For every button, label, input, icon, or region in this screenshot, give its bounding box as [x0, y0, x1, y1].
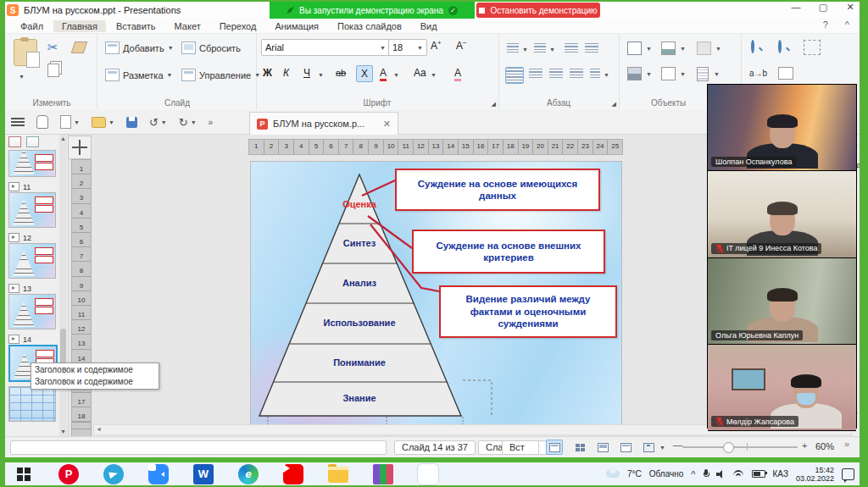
transition-icon[interactable] — [8, 335, 19, 344]
status-more-button[interactable]: » — [844, 439, 849, 449]
find-icon[interactable] — [778, 40, 782, 53]
arrange-dropdown[interactable]: ▼ — [714, 71, 720, 77]
notes-view-button[interactable] — [594, 440, 611, 455]
copy-icon[interactable] — [47, 64, 59, 77]
scroll-down-icon[interactable]: ▼ — [59, 429, 67, 434]
numbering-dropdown[interactable]: ▼ — [549, 47, 555, 53]
font-color-dropdown[interactable]: ▼ — [393, 72, 399, 78]
insert-shape-icon[interactable] — [627, 42, 642, 55]
clear-format-button[interactable]: A — [454, 67, 461, 81]
scroll-left-icon[interactable]: ◄ — [96, 426, 102, 432]
new-document-icon[interactable]: ▼ — [60, 115, 80, 129]
open-folder-icon[interactable]: ▼ — [92, 117, 114, 128]
help-button[interactable]: ? — [823, 19, 828, 30]
shrink-font-button[interactable]: A− — [456, 39, 467, 52]
status-input-field[interactable] — [10, 440, 387, 455]
start-button[interactable] — [14, 464, 34, 484]
line-spacing-dropdown[interactable]: ▼ — [604, 72, 609, 78]
transition-icon[interactable] — [8, 182, 19, 191]
weather-cloud-icon[interactable] — [606, 470, 620, 478]
align-center-button[interactable] — [529, 69, 542, 78]
replace-button[interactable]: a→b — [749, 69, 767, 78]
speaker-tray-icon[interactable] — [716, 470, 726, 479]
collapse-ribbon-button[interactable]: ^ — [845, 19, 849, 30]
menu-item-2[interactable]: Вставить — [108, 20, 164, 32]
transition-icon[interactable] — [8, 233, 19, 242]
video-tile-1[interactable]: Шолпан Оспанкулова — [708, 85, 856, 171]
italic-button[interactable]: К — [283, 67, 289, 79]
taskbar-app-telegram[interactable] — [103, 464, 124, 484]
fill-color-icon[interactable] — [627, 67, 642, 80]
zoom-slider-knob[interactable] — [723, 442, 734, 453]
taskbar-app-word[interactable] — [193, 464, 214, 484]
keyboard-language[interactable]: КАЗ — [773, 469, 788, 479]
slide-layout-button[interactable]: Разметка▼ — [105, 69, 172, 81]
taskbar-app-wps[interactable] — [418, 464, 438, 484]
bullets-icon[interactable] — [507, 43, 519, 53]
taskbar-app-pinterest[interactable] — [58, 464, 79, 484]
weather-temp[interactable]: 7°C — [627, 469, 642, 479]
paste-dropdown[interactable]: ▼ — [19, 74, 25, 80]
slide-thumbnail[interactable] — [8, 243, 56, 279]
slide-thumbnail[interactable] — [8, 150, 56, 177]
hand-tool-icon[interactable] — [36, 115, 48, 129]
zoom-icon[interactable] — [751, 40, 754, 53]
redo-icon[interactable]: ↻▼ — [179, 116, 197, 129]
fill-color-dropdown[interactable]: ▼ — [646, 71, 652, 77]
select-tool-icon[interactable] — [804, 40, 821, 55]
add-slide-button[interactable]: Добавить▼ — [105, 42, 174, 54]
menu-item-1[interactable]: Главная — [53, 20, 106, 32]
quickbar-more[interactable]: » — [209, 118, 214, 127]
video-tile-2[interactable]: IT лицей 9 Инесса Котова — [708, 171, 856, 257]
reading-view-button[interactable] — [617, 440, 634, 455]
window-minimize-button[interactable]: — — [790, 2, 802, 13]
slide-from-outline-icon[interactable] — [778, 67, 793, 80]
thumbnail-scrollbar[interactable]: ▲ ▼ — [59, 134, 67, 436]
stop-share-button[interactable]: Остановить демонстрацию — [476, 3, 600, 18]
slideshow-dropdown[interactable]: ▼ — [659, 445, 665, 451]
slide-sorter-view-button[interactable] — [571, 440, 588, 455]
slide-canvas[interactable]: ОценкаСинтезАнализИспользованиеПонимание… — [250, 161, 622, 428]
zoom-slider[interactable] — [682, 446, 798, 448]
wifi-tray-icon[interactable] — [733, 470, 744, 479]
numbering-icon[interactable] — [534, 43, 546, 53]
font-name-select[interactable]: Arial▼ — [261, 39, 390, 56]
font-size-select[interactable]: 18▼ — [388, 39, 427, 56]
scroll-up-icon[interactable]: ▲ — [59, 136, 67, 141]
zoom-out-button[interactable]: — — [673, 440, 682, 450]
menu-item-3[interactable]: Макет — [166, 20, 209, 32]
slide-manage-button[interactable]: Управление▼ — [181, 69, 260, 81]
menu-item-7[interactable]: Вид — [412, 20, 446, 32]
change-case-button[interactable]: Aa — [414, 67, 426, 79]
taskbar-app-zoom[interactable] — [148, 464, 169, 484]
hamburger-menu-icon[interactable] — [11, 118, 25, 126]
bullets-dropdown[interactable]: ▼ — [522, 47, 528, 53]
paragraph-dialog-launcher[interactable]: ◢ — [612, 101, 616, 108]
line-spacing-icon[interactable] — [590, 69, 600, 78]
callout-box-3[interactable]: Видение различий между фактами и оценочн… — [439, 285, 617, 338]
menu-item-4[interactable]: Переход — [211, 20, 265, 32]
outline-dropdown[interactable]: ▼ — [680, 71, 686, 77]
underline-button[interactable]: Ч — [303, 67, 310, 79]
slide-thumbnail[interactable] — [8, 386, 56, 422]
cut-icon[interactable]: ✂ — [47, 40, 58, 55]
draw-icon[interactable] — [661, 42, 676, 55]
decrease-indent-icon[interactable] — [565, 43, 578, 53]
zoom-in-button[interactable]: + — [802, 440, 807, 451]
menu-item-5[interactable]: Анимация — [266, 20, 327, 32]
weather-text[interactable]: Облачно — [649, 469, 684, 479]
format-painter-icon[interactable] — [71, 42, 88, 53]
arrange-icon[interactable] — [697, 67, 709, 81]
document-tab-close[interactable]: ✕ — [383, 119, 391, 130]
document-tab[interactable]: P БЛУМ на русском.p... ✕ — [249, 112, 398, 135]
reset-slide-button[interactable]: Сбросить — [181, 42, 241, 54]
paste-button[interactable] — [14, 39, 37, 66]
clock[interactable]: 15:42 03.02.2022 — [796, 466, 834, 483]
font-color-button[interactable]: A — [380, 67, 387, 81]
frame-icon[interactable] — [697, 42, 711, 55]
video-tile-4[interactable]: Мөлдір Жапсарова — [708, 345, 856, 431]
slide-thumbnail[interactable] — [8, 192, 56, 228]
taskbar-app-explorer[interactable] — [328, 467, 348, 483]
align-left-button[interactable] — [505, 67, 524, 84]
window-close-button[interactable]: ✕ — [844, 2, 856, 13]
